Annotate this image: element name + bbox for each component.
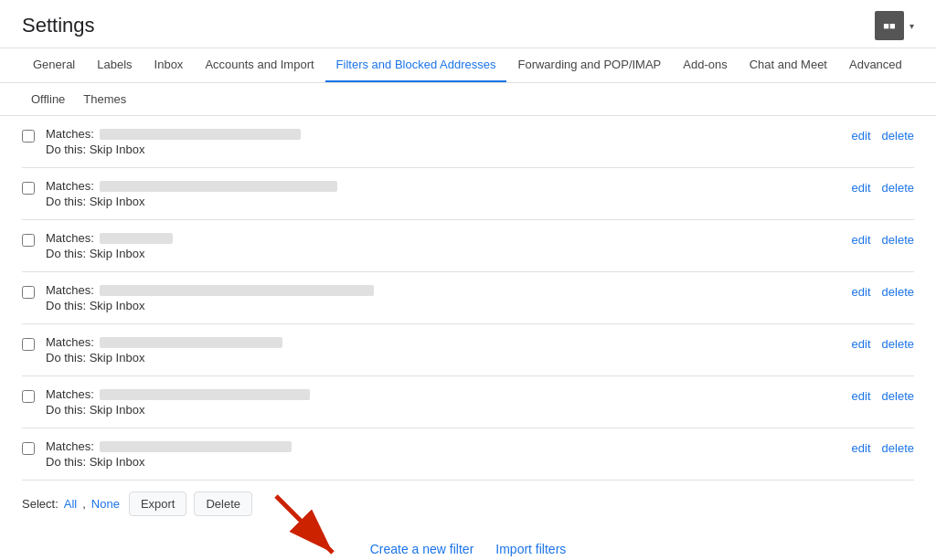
edit-link-2[interactable]: edit (852, 181, 871, 195)
edit-link-7[interactable]: edit (852, 441, 871, 455)
edit-link-4[interactable]: edit (852, 285, 871, 299)
filter-row-actions-5: edit delete (852, 337, 914, 351)
tab-advanced[interactable]: Advanced (838, 48, 913, 83)
table-row: Matches: Do this: Skip Inbox edit delete (22, 376, 914, 428)
tab-forwarding-pop[interactable]: Forwarding and POP/IMAP (506, 48, 672, 83)
filter-matches-2: Matches: (46, 179, 841, 193)
matches-value-7 (100, 441, 292, 452)
matches-label-7: Matches: (46, 439, 94, 453)
delete-button[interactable]: Delete (194, 491, 252, 516)
matches-value-3 (100, 233, 173, 244)
delete-link-6[interactable]: delete (882, 389, 914, 403)
select-label: Select: (22, 497, 58, 511)
tab-general[interactable]: General (22, 48, 86, 83)
header: Settings ■■ ▾ (0, 0, 936, 48)
filter-row-actions-7: edit delete (852, 441, 914, 455)
avatar[interactable]: ■■ (875, 11, 904, 40)
tab-chat-meet[interactable]: Chat and Meet (739, 48, 838, 83)
content-area: Matches: Do this: Skip Inbox edit delete… (0, 116, 936, 560)
sub-tab-offline[interactable]: Offline (22, 87, 74, 111)
filter-info-2: Matches: Do this: Skip Inbox (46, 179, 841, 208)
filter-info-3: Matches: Do this: Skip Inbox (46, 231, 841, 260)
filter-checkbox-5[interactable] (22, 338, 35, 351)
page-title: Settings (22, 14, 95, 37)
matches-label-3: Matches: (46, 231, 94, 245)
filter-row-actions-6: edit delete (852, 389, 914, 403)
table-row: Matches: Do this: Skip Inbox edit delete (22, 220, 914, 272)
filter-action-3: Do this: Skip Inbox (46, 247, 841, 260)
matches-label-2: Matches: (46, 179, 94, 193)
tab-filters-blocked[interactable]: Filters and Blocked Addresses (325, 48, 507, 83)
filter-info-6: Matches: Do this: Skip Inbox (46, 387, 841, 417)
delete-link-7[interactable]: delete (882, 441, 914, 455)
matches-value-5 (100, 337, 282, 348)
edit-link-3[interactable]: edit (852, 233, 871, 247)
select-comma: , (82, 497, 86, 511)
matches-label-1: Matches: (46, 127, 94, 141)
tab-addons[interactable]: Add-ons (672, 48, 738, 83)
matches-label-5: Matches: (46, 335, 94, 349)
filter-matches-1: Matches: (46, 127, 841, 141)
delete-link-5[interactable]: delete (882, 337, 914, 351)
delete-link-2[interactable]: delete (882, 181, 914, 195)
filter-action-5: Do this: Skip Inbox (46, 351, 841, 365)
settings-page: Settings ■■ ▾ General Labels Inbox Accou… (0, 0, 936, 560)
export-button[interactable]: Export (129, 491, 187, 516)
filter-row-actions-4: edit delete (852, 285, 914, 299)
edit-link-6[interactable]: edit (852, 389, 871, 403)
filter-checkbox-4[interactable] (22, 286, 35, 299)
filter-action-4: Do this: Skip Inbox (46, 299, 841, 312)
create-filter-link[interactable]: Create a new filter (370, 542, 474, 556)
filter-checkbox-1[interactable] (22, 130, 35, 143)
delete-link-4[interactable]: delete (882, 285, 914, 299)
matches-value-6 (100, 389, 310, 400)
tab-inbox[interactable]: Inbox (144, 48, 195, 83)
table-row: Matches: Do this: Skip Inbox edit delete (22, 168, 914, 220)
filter-matches-5: Matches: (46, 335, 841, 349)
table-row: Matches: Do this: Skip Inbox edit delete (22, 428, 914, 481)
filter-info-1: Matches: Do this: Skip Inbox (46, 127, 841, 156)
matches-value-4 (100, 285, 374, 296)
footer-actions: Create a new filter Import filters (22, 523, 914, 560)
filter-checkbox-2[interactable] (22, 182, 35, 195)
matches-label-6: Matches: (46, 387, 94, 401)
sub-tab-themes[interactable]: Themes (74, 87, 135, 111)
filter-action-2: Do this: Skip Inbox (46, 195, 841, 208)
filter-info-4: Matches: Do this: Skip Inbox (46, 283, 841, 312)
edit-link-1[interactable]: edit (852, 129, 871, 143)
filter-info-5: Matches: Do this: Skip Inbox (46, 335, 841, 365)
tab-accounts-import[interactable]: Accounts and Import (194, 48, 324, 83)
matches-value-2 (100, 181, 337, 192)
filter-matches-4: Matches: (46, 283, 841, 297)
select-none-link[interactable]: None (91, 497, 120, 511)
select-all-link[interactable]: All (64, 497, 77, 511)
table-row: Matches: Do this: Skip Inbox edit delete (22, 272, 914, 324)
header-right: ■■ ▾ (875, 11, 914, 40)
import-filters-link[interactable]: Import filters (495, 542, 566, 556)
filter-matches-7: Matches: (46, 439, 841, 453)
filter-action-6: Do this: Skip Inbox (46, 403, 841, 417)
filter-matches-3: Matches: (46, 231, 841, 245)
filter-checkbox-3[interactable] (22, 234, 35, 247)
filter-row-actions-1: edit delete (852, 129, 914, 143)
filter-row-actions-2: edit delete (852, 181, 914, 195)
nav-tabs: General Labels Inbox Accounts and Import… (0, 48, 936, 83)
filter-matches-6: Matches: (46, 387, 841, 401)
matches-label-4: Matches: (46, 283, 94, 297)
delete-link-3[interactable]: delete (882, 233, 914, 247)
filter-action-1: Do this: Skip Inbox (46, 143, 841, 156)
tab-labels[interactable]: Labels (86, 48, 143, 83)
matches-value-1 (100, 129, 301, 140)
select-bar: Select: All , None Export Delete (22, 481, 914, 523)
delete-link-1[interactable]: delete (882, 129, 914, 143)
filter-checkbox-6[interactable] (22, 390, 35, 403)
edit-link-5[interactable]: edit (852, 337, 871, 351)
avatar-label: ■■ (883, 20, 895, 31)
filter-checkbox-7[interactable] (22, 442, 35, 455)
table-row: Matches: Do this: Skip Inbox edit delete (22, 116, 914, 168)
table-row: Matches: Do this: Skip Inbox edit delete (22, 324, 914, 376)
filter-action-7: Do this: Skip Inbox (46, 455, 841, 469)
avatar-dropdown-icon[interactable]: ▾ (909, 21, 914, 31)
filter-info-7: Matches: Do this: Skip Inbox (46, 439, 841, 469)
sub-nav: Offline Themes (0, 83, 936, 116)
